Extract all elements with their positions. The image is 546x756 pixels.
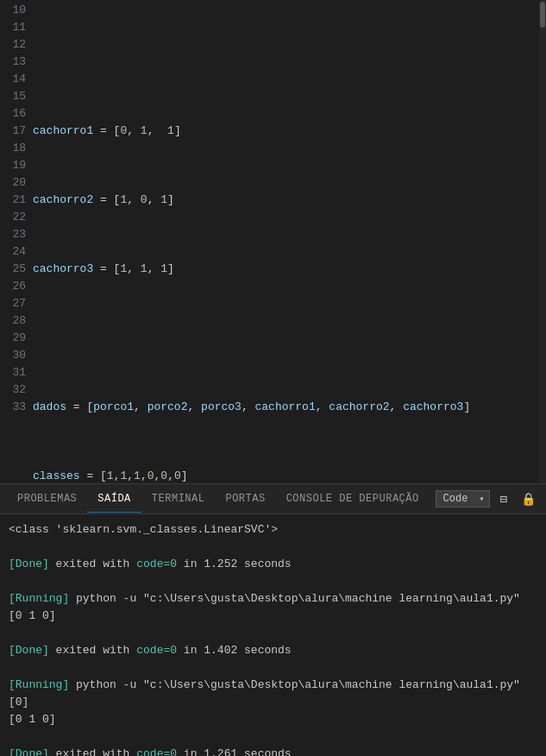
code-content: cachorro1 = [0, 1, 1] cachorro2 = [1, 0,… [33,0,546,483]
tab-terminal[interactable]: TERMINAL [141,486,216,513]
code-editor: 10 11 12 13 14 15 16 17 18 19 20 21 22 2… [0,0,546,483]
code-line-13: cachorro3 = [1, 1, 1] [33,261,546,278]
output-class-info: <class 'sklearn.svm._classes.LinearSVC'> [9,521,537,539]
output-source-dropdown[interactable]: Code [436,490,490,507]
code-line-14 [33,330,546,347]
code-line-15: dados = [porco1, porco2, porco3, cachorr… [33,399,546,416]
editor-scrollbar-thumb[interactable] [540,2,545,28]
output-result-2b: [0 1 0] [9,711,537,728]
terminal-panel: PROBLEMAS SAÍDA TERMINAL PORTAS CONSOLE … [0,483,546,756]
split-editor-icon[interactable]: ⊟ [497,490,511,508]
output-blank-2 [9,573,537,590]
output-blank-3 [9,625,537,642]
output-result-1: [0 1 0] [9,608,537,625]
code-line-10 [33,54,546,71]
tab-portas[interactable]: PORTAS [215,486,275,513]
lock-icon[interactable]: 🔒 [518,490,539,508]
dropdown-wrapper: Code ▾ [436,490,490,507]
line-numbers: 10 11 12 13 14 15 16 17 18 19 20 21 22 2… [0,0,33,483]
code-line-16: classes = [1,1,1,0,0,0] [33,468,546,483]
tab-problemas[interactable]: PROBLEMAS [7,486,87,513]
output-done-2: [Done] exited with code=0 in 1.402 secon… [9,642,537,659]
terminal-output: <class 'sklearn.svm._classes.LinearSVC'>… [0,514,546,756]
code-line-12: cachorro2 = [1, 0, 1] [33,192,546,209]
output-running-2: [Running] python -u "c:\Users\gusta\Desk… [9,677,537,694]
editor-scrollbar[interactable] [539,0,546,483]
output-running-1: [Running] python -u "c:\Users\gusta\Desk… [9,590,537,608]
output-blank-1 [9,539,537,556]
output-blank-4 [9,659,537,677]
output-done-1: [Done] exited with code=0 in 1.252 secon… [9,556,537,573]
tab-console[interactable]: CONSOLE DE DEPURAÇÃO [276,486,430,513]
tab-right-controls: Code ▾ ⊟ 🔒 [436,490,539,508]
tab-saida[interactable]: SAÍDA [87,486,141,513]
code-line-11: cachorro1 = [0, 1, 1] [33,123,546,140]
panel-tabs: PROBLEMAS SAÍDA TERMINAL PORTAS CONSOLE … [0,484,546,514]
output-result-2a: [0] [9,694,537,711]
output-done-3: [Done] exited with code=0 in 1.261 secon… [9,746,537,756]
output-blank-5 [9,728,537,746]
